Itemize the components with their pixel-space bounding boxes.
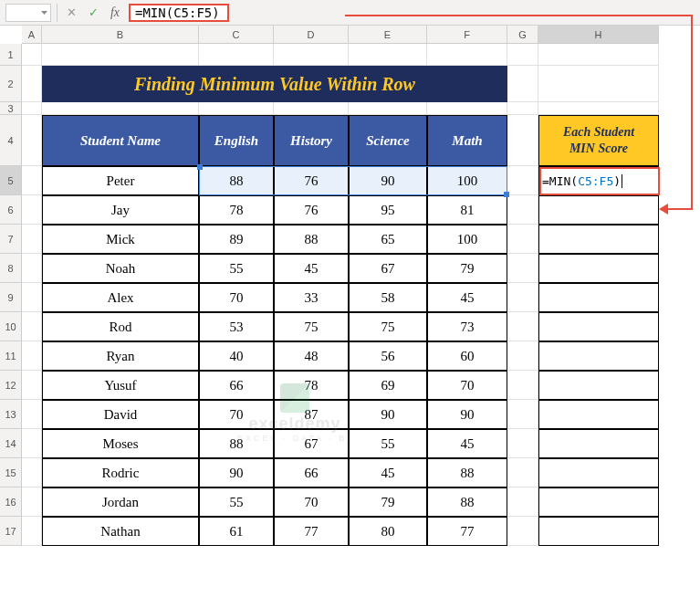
cell-math[interactable]: 60: [427, 341, 507, 371]
cell-math[interactable]: 79: [427, 254, 507, 283]
cell[interactable]: [538, 66, 659, 102]
cell-student[interactable]: Peter: [42, 166, 199, 195]
cell-science[interactable]: 45: [349, 458, 427, 487]
cell[interactable]: [538, 312, 659, 341]
cell[interactable]: [22, 115, 42, 166]
row-head-15[interactable]: 15: [0, 458, 22, 487]
cell-history[interactable]: 48: [274, 341, 349, 371]
cell[interactable]: [507, 44, 538, 66]
cell-history[interactable]: 76: [274, 195, 349, 225]
row-head-4[interactable]: 4: [0, 115, 22, 166]
cell[interactable]: [538, 102, 659, 115]
cell-math[interactable]: 88: [427, 458, 507, 487]
row-head-3[interactable]: 3: [0, 102, 22, 115]
cell[interactable]: [538, 195, 659, 225]
cell[interactable]: [42, 44, 199, 66]
cell-student[interactable]: David: [42, 400, 199, 429]
cell-science[interactable]: 67: [349, 254, 427, 283]
cell-student[interactable]: Jordan: [42, 487, 199, 517]
cell-science[interactable]: 90: [349, 166, 427, 195]
cell-science[interactable]: 95: [349, 195, 427, 225]
cell[interactable]: [22, 341, 42, 371]
cell-english[interactable]: 53: [199, 312, 274, 341]
cell-english[interactable]: 70: [199, 400, 274, 429]
cell-math[interactable]: 77: [427, 517, 507, 546]
cell[interactable]: [22, 44, 42, 66]
cell-science[interactable]: 80: [349, 517, 427, 546]
cell[interactable]: [199, 44, 274, 66]
row-head-11[interactable]: 11: [0, 341, 22, 371]
col-head-c[interactable]: C: [199, 26, 274, 44]
cell[interactable]: [507, 254, 538, 283]
cell[interactable]: [507, 66, 538, 102]
cell-english[interactable]: 40: [199, 341, 274, 371]
cell-history[interactable]: 67: [274, 429, 349, 458]
cell[interactable]: [507, 429, 538, 458]
cell-science[interactable]: 65: [349, 225, 427, 254]
cell[interactable]: [507, 225, 538, 254]
row-head-10[interactable]: 10: [0, 312, 22, 341]
cell-student[interactable]: Rodric: [42, 458, 199, 487]
cell[interactable]: [22, 254, 42, 283]
cell-student[interactable]: Mick: [42, 225, 199, 254]
cell-english[interactable]: 88: [199, 166, 274, 195]
cell[interactable]: [507, 487, 538, 517]
cell[interactable]: [22, 195, 42, 225]
cell-science[interactable]: 56: [349, 341, 427, 371]
fx-icon[interactable]: fx: [107, 5, 123, 21]
row-head-14[interactable]: 14: [0, 429, 22, 458]
cell[interactable]: [427, 44, 507, 66]
cell[interactable]: [507, 312, 538, 341]
cell[interactable]: [538, 254, 659, 283]
cell[interactable]: [22, 283, 42, 312]
cell-history[interactable]: 77: [274, 517, 349, 546]
cell-science[interactable]: 90: [349, 400, 427, 429]
cell-english[interactable]: 70: [199, 283, 274, 312]
cell-history[interactable]: 75: [274, 312, 349, 341]
cell-math[interactable]: 45: [427, 429, 507, 458]
cell[interactable]: [427, 102, 507, 115]
row-head-13[interactable]: 13: [0, 400, 22, 429]
col-head-b[interactable]: B: [42, 26, 199, 44]
col-head-f[interactable]: F: [427, 26, 507, 44]
cell-history[interactable]: 45: [274, 254, 349, 283]
cell-student[interactable]: Jay: [42, 195, 199, 225]
cell[interactable]: [274, 102, 349, 115]
cell[interactable]: [538, 225, 659, 254]
row-head-2[interactable]: 2: [0, 66, 22, 102]
cell[interactable]: [507, 517, 538, 546]
col-head-a[interactable]: A: [22, 26, 42, 44]
cell[interactable]: [538, 458, 659, 487]
cell[interactable]: [22, 487, 42, 517]
col-head-h[interactable]: H: [538, 26, 659, 44]
cell[interactable]: [507, 400, 538, 429]
cell[interactable]: [22, 312, 42, 341]
cell-science[interactable]: 55: [349, 429, 427, 458]
cell-english[interactable]: 89: [199, 225, 274, 254]
cell[interactable]: [22, 458, 42, 487]
cell-english[interactable]: 55: [199, 254, 274, 283]
active-cell-formula[interactable]: =MIN(C5:F5): [538, 166, 659, 195]
cell-math[interactable]: 88: [427, 487, 507, 517]
cell[interactable]: [538, 44, 659, 66]
cell-student[interactable]: Moses: [42, 429, 199, 458]
cell-science[interactable]: 69: [349, 371, 427, 400]
cell-science[interactable]: 75: [349, 312, 427, 341]
cell-history[interactable]: 88: [274, 225, 349, 254]
row-head-8[interactable]: 8: [0, 254, 22, 283]
cell-history[interactable]: 33: [274, 283, 349, 312]
cell-student[interactable]: Yusuf: [42, 371, 199, 400]
cell[interactable]: [507, 341, 538, 371]
row-head-12[interactable]: 12: [0, 371, 22, 400]
cell-math[interactable]: 90: [427, 400, 507, 429]
formula-input[interactable]: =MIN(C5:F5): [129, 4, 229, 22]
col-head-d[interactable]: D: [274, 26, 349, 44]
cell[interactable]: [538, 400, 659, 429]
cell[interactable]: [507, 166, 538, 195]
col-head-e[interactable]: E: [349, 26, 427, 44]
row-head-17[interactable]: 17: [0, 517, 22, 546]
cell-science[interactable]: 58: [349, 283, 427, 312]
cell[interactable]: [22, 225, 42, 254]
cell-history[interactable]: 87: [274, 400, 349, 429]
row-head-1[interactable]: 1: [0, 44, 22, 66]
